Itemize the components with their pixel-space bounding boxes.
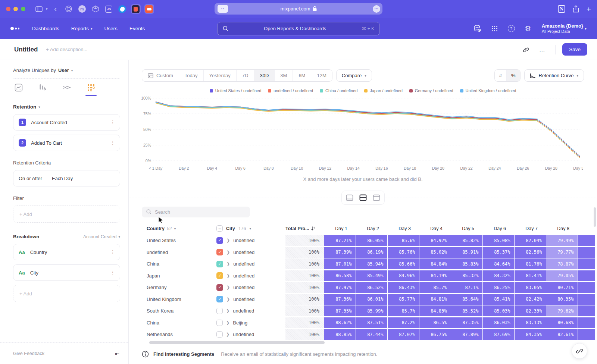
legend-item[interactable]: undefined / undefined — [268, 88, 313, 93]
retention-value-cell[interactable]: 87.1% — [451, 282, 482, 293]
column-header-day-3[interactable]: Day 3 — [387, 226, 419, 231]
retention-value-cell[interactable]: 82.04% — [515, 235, 546, 246]
share-link-fab[interactable] — [572, 343, 587, 359]
retention-value-cell[interactable]: 80.35% — [546, 294, 578, 305]
page-options-icon[interactable]: ••• — [373, 5, 380, 13]
retention-step-card[interactable]: 1Account Created⋮ — [13, 114, 120, 131]
nav-reports[interactable]: Reports▾ — [71, 26, 93, 31]
retention-value-cell[interactable]: 85.49% — [356, 270, 387, 281]
back-button-icon[interactable]: ‹ — [54, 5, 57, 13]
retention-value-cell[interactable]: 85.32% — [451, 270, 482, 281]
retention-value-cell[interactable]: 88.62% — [324, 317, 356, 328]
retention-chart[interactable]: 100%75%50%25%0%< 1 DayDay 2Day 4Day 6Day… — [136, 95, 590, 176]
count-toggle[interactable]: # — [495, 70, 507, 81]
retention-value-cell[interactable]: 85.66% — [388, 258, 419, 269]
view-split-icon[interactable] — [357, 192, 369, 203]
retention-value-cell[interactable]: 85.77% — [388, 294, 419, 305]
retention-value-cell[interactable]: 79.49% — [546, 235, 578, 246]
extension-cube-icon[interactable] — [91, 4, 100, 14]
retention-value-cell[interactable]: 85.82% — [451, 235, 482, 246]
kebab-menu-icon[interactable]: ⋮ — [110, 251, 115, 253]
column-header-city[interactable]: –City176▾ — [216, 225, 285, 232]
give-feedback-link[interactable]: Give Feedback — [13, 351, 44, 356]
table-row[interactable]: Japan✓❯undefined100%86.58%85.49%84.96%84… — [142, 270, 597, 282]
retention-value-cell[interactable]: 87.2% — [388, 317, 419, 328]
view-chart-only-icon[interactable] — [343, 192, 356, 203]
expand-chevron-icon[interactable]: ❯ — [226, 297, 230, 302]
legend-item[interactable]: Japan / undefined — [364, 88, 402, 93]
retention-value-cell[interactable]: 83.05% — [515, 282, 546, 293]
criteria-each-day[interactable]: Each Day — [52, 176, 73, 181]
add-description[interactable]: + Add description... — [46, 47, 87, 52]
global-search[interactable]: Open Reports & Dashboards ⌘ + K — [217, 22, 380, 35]
close-window-button[interactable] — [6, 7, 10, 11]
range-yesterday[interactable]: Yesterday — [204, 70, 237, 81]
table-row[interactable]: United Kingdom✓❯undefined100%87.36%86.01… — [142, 293, 597, 305]
retention-value-cell[interactable]: 86.19% — [356, 247, 387, 258]
retention-value-cell[interactable]: 87.51% — [356, 317, 387, 328]
row-checkbox-checked[interactable]: ✓ — [216, 249, 223, 255]
retention-value-cell[interactable]: 84.64% — [483, 258, 514, 269]
legend-item[interactable]: United Kingdom / undefined — [460, 88, 516, 93]
expand-chevron-icon[interactable]: ❯ — [226, 238, 230, 243]
legend-item[interactable]: Germany / undefined — [409, 88, 453, 93]
sidebar-toggle-icon[interactable] — [35, 6, 43, 12]
row-checkbox-checked[interactable]: ✓ — [216, 261, 223, 267]
column-header-day-5[interactable]: Day 5 — [451, 226, 482, 231]
retention-value-cell[interactable]: 87.97% — [324, 282, 356, 293]
tab-insights[interactable] — [15, 84, 23, 96]
breakdown-property-card[interactable]: AaCity⋮ — [13, 264, 120, 281]
expand-chevron-icon[interactable]: ❯ — [226, 308, 229, 313]
breakdown-add-button[interactable]: + Add — [13, 285, 120, 302]
chart-type-button[interactable]: Retention Curve ▾ — [524, 69, 584, 82]
notion-extension-icon[interactable]: N — [558, 5, 565, 13]
range-30d[interactable]: 30D — [254, 70, 275, 81]
expand-chevron-icon[interactable]: ❯ — [226, 285, 230, 290]
retention-value-cell[interactable]: 79.77% — [546, 247, 578, 258]
retention-value-cell[interactable]: 84.81% — [419, 294, 451, 305]
row-checkbox-unchecked[interactable] — [216, 320, 223, 326]
retention-value-cell[interactable]: 87.35% — [324, 305, 356, 316]
retention-value-cell[interactable]: 84.96% — [388, 270, 419, 281]
retention-value-cell[interactable]: 84.83% — [419, 305, 451, 316]
tab-funnels[interactable] — [38, 84, 47, 96]
analyze-value-selector[interactable]: User — [58, 68, 69, 73]
retention-value-cell[interactable]: 87.21% — [324, 235, 356, 246]
table-row[interactable]: South Korea❯undefined100%87.35%85.99%85.… — [142, 305, 597, 317]
collapse-sidebar-icon[interactable]: ⇤ — [115, 351, 119, 357]
copy-link-icon[interactable] — [519, 44, 532, 55]
row-checkbox-checked[interactable]: ✓ — [216, 272, 223, 279]
new-tab-icon[interactable]: + — [587, 5, 591, 13]
column-header-day-4[interactable]: Day 4 — [419, 226, 451, 231]
retention-value-cell[interactable]: 86.05% — [356, 235, 387, 246]
retention-value-cell[interactable]: 85.7% — [388, 305, 419, 316]
retention-value-cell[interactable]: 86.58% — [324, 270, 356, 281]
retention-value-cell[interactable]: 84.92% — [419, 235, 451, 246]
retention-value-cell[interactable]: 82.61% — [546, 329, 578, 340]
expand-chevron-icon[interactable]: ❯ — [226, 332, 229, 337]
retention-value-cell[interactable]: 85.76% — [388, 247, 419, 258]
table-row[interactable]: Netherlands❯undefined100%88.85%87.44%87.… — [142, 329, 597, 341]
retention-value-cell[interactable]: 85.99% — [356, 305, 387, 316]
table-row[interactable]: China✓❯undefined100%87.01%85.94%85.66%84… — [142, 258, 597, 270]
retention-value-cell[interactable]: 83.13% — [515, 317, 546, 328]
table-row[interactable]: undefined✓❯undefined100%87.39%86.19%85.7… — [142, 246, 597, 258]
nav-dashboards[interactable]: Dashboards — [32, 26, 59, 31]
table-row[interactable]: United States✓❯undefined100%87.21%86.05%… — [142, 235, 597, 247]
expand-chevron-icon[interactable]: ❯ — [226, 273, 230, 278]
retention-value-cell[interactable]: 86.03% — [483, 317, 514, 328]
retention-value-cell[interactable]: 85.41% — [483, 294, 514, 305]
retention-value-cell[interactable]: 82.56% — [515, 247, 546, 258]
retention-value-cell[interactable]: 85.52% — [451, 305, 482, 316]
retention-value-cell[interactable]: 85.02% — [419, 247, 451, 258]
more-options-icon[interactable]: … — [536, 44, 548, 55]
retention-value-cell[interactable]: 87.44% — [356, 329, 387, 340]
retention-value-cell[interactable]: 86.75% — [419, 329, 451, 340]
retention-value-cell[interactable]: 86.25% — [483, 282, 514, 293]
retention-value-cell[interactable]: 84.19% — [419, 270, 451, 281]
retention-value-cell[interactable]: 87.35% — [451, 317, 482, 328]
percent-toggle[interactable]: % — [507, 70, 520, 81]
extension-m-icon[interactable]: m — [77, 4, 87, 14]
legend-item[interactable]: China / undefined — [320, 88, 357, 93]
table-row[interactable]: Germany✓❯undefined100%87.97%86.52%86.43%… — [142, 282, 597, 294]
